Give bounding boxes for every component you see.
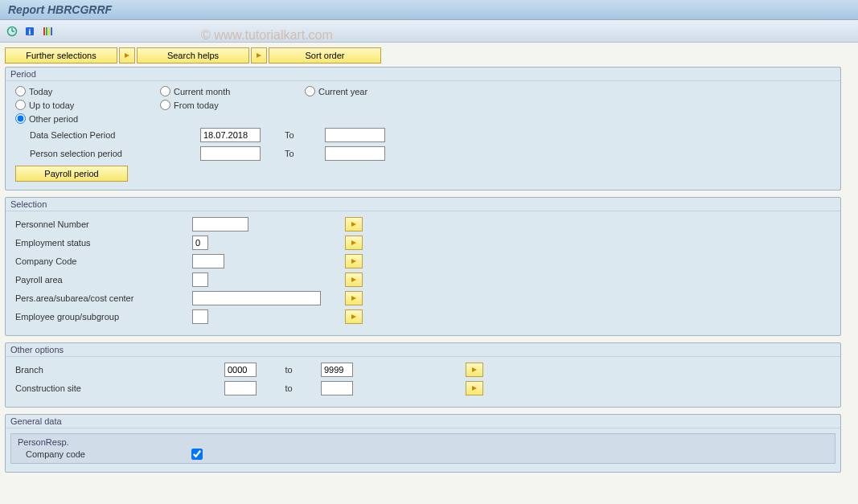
period-title: Period [6,68,840,81]
construction-from-input[interactable] [224,381,257,395]
svg-text:i: i [29,27,31,36]
selection-input[interactable] [192,309,208,324]
data-selection-to-input[interactable] [325,128,385,142]
multi-select-button[interactable] [345,291,363,305]
radio-from-today-label: From today [174,100,219,110]
radio-other-period-label: Other period [29,114,78,124]
company-code-checkbox[interactable] [191,449,203,460]
multi-select-button[interactable] [345,217,363,232]
branch-from-input[interactable] [224,363,257,377]
svg-rect-5 [43,27,45,35]
multi-select-button[interactable] [345,236,363,250]
info-icon[interactable]: i [23,24,37,39]
radio-from-today[interactable] [160,100,170,110]
other-options-title: Other options [6,343,840,357]
further-selections-button[interactable]: Further selections [5,47,117,64]
selection-input[interactable] [192,236,208,250]
construction-site-label: Construction site [15,383,224,393]
person-resp-title: PersonResp. [18,437,828,447]
selection-row: Employment status [15,235,831,251]
arrow-icon[interactable] [119,47,135,64]
selection-group: Selection Personnel NumberEmployment sta… [5,197,841,336]
selection-label: Company Code [15,256,192,266]
svg-rect-8 [51,27,52,35]
radio-current-month[interactable] [160,86,170,96]
radio-current-year[interactable] [305,86,315,96]
selection-input[interactable] [192,272,208,287]
selection-label: Pers.area/subarea/cost center [15,293,192,303]
person-selection-label: Person selection period [15,149,200,158]
selection-label: Employee group/subgroup [15,312,192,322]
general-data-group: General data PersonResp. Company code [5,414,841,473]
selection-row: Company Code [15,253,831,269]
multi-select-button[interactable] [345,272,363,287]
arrow-icon[interactable] [251,47,267,64]
radio-other-period[interactable] [15,113,26,124]
radio-today[interactable] [15,86,26,96]
person-resp-subgroup: PersonResp. Company code [10,433,835,464]
selection-label: Payroll area [15,275,192,285]
selection-input[interactable] [192,254,224,268]
selection-row: Payroll area [15,272,831,288]
selection-label: Employment status [15,238,192,248]
selection-title: Selection [6,198,840,211]
variant-icon[interactable] [40,24,55,39]
data-selection-from-input[interactable] [200,128,261,142]
selection-input[interactable] [192,291,321,305]
selection-row: Employee group/subgroup [15,309,831,325]
toolbar: i [0,20,858,43]
svg-rect-7 [48,27,50,35]
to-label: to [257,365,321,375]
other-options-group: Other options Branch to Construction sit… [5,342,841,408]
person-selection-from-input[interactable] [200,146,261,161]
branch-to-input[interactable] [321,363,353,377]
data-selection-label: Data Selection Period [15,130,200,140]
title-bar: Report HBRCGRRF [0,0,858,20]
content-area: Further selections Search helps Sort ord… [0,43,858,504]
svg-rect-6 [46,27,47,35]
selection-label: Personnel Number [15,219,192,229]
search-helps-button[interactable]: Search helps [137,47,249,64]
multi-select-button[interactable] [345,254,363,268]
branch-multi-button[interactable] [466,363,483,377]
multi-select-button[interactable] [345,309,363,324]
construction-to-input[interactable] [321,381,353,395]
to-label: To [285,130,325,140]
person-selection-to-input[interactable] [325,146,385,161]
radio-up-to-today-label: Up to today [29,100,74,110]
radio-up-to-today[interactable] [15,100,26,110]
radio-today-label: Today [29,87,52,96]
to-label: To [285,149,325,158]
company-code-label: Company code [26,449,187,459]
radio-current-year-label: Current year [318,87,367,96]
page-title: Report HBRCGRRF [8,3,850,16]
construction-multi-button[interactable] [466,381,483,395]
selection-input[interactable] [192,217,248,232]
sort-order-button[interactable]: Sort order [269,47,381,64]
payroll-period-button[interactable]: Payroll period [15,166,128,182]
general-data-title: General data [6,415,840,428]
radio-current-month-label: Current month [174,87,230,96]
to-label: to [257,383,321,393]
period-group: Period Today Current month Current year … [5,67,841,191]
execute-icon[interactable] [5,24,19,39]
top-button-row: Further selections Search helps Sort ord… [5,47,853,64]
branch-label: Branch [15,365,224,375]
selection-row: Personnel Number [15,216,831,232]
selection-row: Pers.area/subarea/cost center [15,290,831,306]
